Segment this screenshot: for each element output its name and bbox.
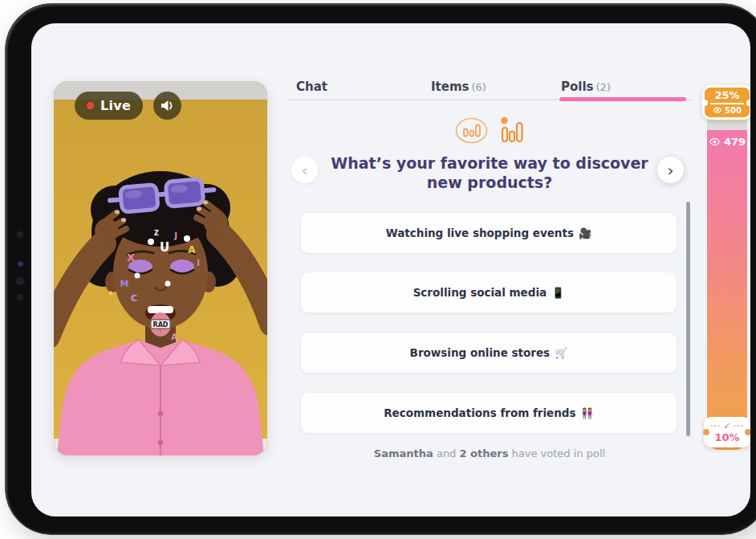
- poll-option-4-label: Recommendations from friends: [384, 406, 575, 419]
- viewer-goal-meter: 479 25% 500: [707, 87, 747, 450]
- front-camera-icon: [15, 276, 25, 286]
- mute-button[interactable]: [153, 92, 181, 120]
- voters-others: 2 others: [460, 447, 509, 459]
- svg-text:C: C: [131, 293, 137, 304]
- movie-camera-icon: 🎥: [579, 227, 591, 239]
- tab-chat[interactable]: Chat: [296, 80, 330, 94]
- live-label: Live: [100, 98, 131, 113]
- svg-text:U: U: [160, 240, 169, 255]
- svg-text:J: J: [173, 231, 177, 240]
- viewer-meter-fill: [707, 130, 747, 450]
- check-icon: ✓: [723, 422, 730, 431]
- svg-text:RAD: RAD: [153, 321, 169, 329]
- poll-option-1[interactable]: Watching live shopping events 🎥: [300, 212, 677, 254]
- tab-items-count: (6): [471, 81, 486, 93]
- svg-text:I: I: [197, 259, 200, 267]
- poll-option-1-label: Watching live shopping events: [386, 227, 574, 239]
- svg-text:Z: Z: [154, 230, 159, 237]
- two-friends-icon: 👭: [581, 407, 594, 419]
- live-badge: Live: [75, 92, 143, 120]
- live-red-dot-icon: [87, 102, 94, 109]
- poll-page-2-bar-chart-active-icon[interactable]: [499, 116, 524, 145]
- reward-percent: 10%: [714, 431, 739, 443]
- chevron-left-icon: ‹: [302, 162, 308, 178]
- poll-option-2-label: Scrolling social media: [413, 286, 547, 299]
- tablet-frame: RAD X U A J Z M C I L P H A: [5, 3, 756, 535]
- engagement-panel: Chat Items(6) Polls(2): [287, 80, 693, 485]
- streamer-photo: RAD X U A J Z M C I L P H A: [54, 81, 267, 455]
- speaker-icon: [160, 99, 175, 112]
- tab-items-label: Items: [431, 80, 469, 94]
- front-camera-icon: [16, 293, 24, 301]
- tab-polls[interactable]: Polls(2): [561, 80, 611, 94]
- app-screen: RAD X U A J Z M C I L P H A: [31, 23, 750, 517]
- tab-chat-label: Chat: [296, 80, 327, 94]
- voters-rest: have voted in poll: [508, 447, 605, 459]
- tab-polls-label: Polls: [561, 80, 594, 94]
- poll-question: What’s your favorite way to discover new…: [312, 153, 667, 193]
- goal-percent: 25%: [710, 90, 743, 104]
- next-poll-button[interactable]: ›: [657, 157, 684, 183]
- sensor-dot-icon: [19, 247, 22, 251]
- goal-views: 500: [725, 106, 742, 115]
- current-viewers: 479: [707, 136, 747, 148]
- active-tab-underline: [559, 97, 686, 101]
- poll-option-3-label: Browsing online stores: [410, 346, 551, 359]
- live-video-player: RAD X U A J Z M C I L P H A: [54, 81, 267, 455]
- tab-items[interactable]: Items(6): [431, 80, 486, 94]
- svg-text:A: A: [171, 333, 177, 341]
- svg-text:M: M: [120, 279, 129, 289]
- tab-polls-count: (2): [596, 81, 611, 93]
- poll-page-1-bar-chart-circled-icon[interactable]: [455, 117, 488, 144]
- viewers-count: 479: [724, 136, 746, 148]
- poll-option-4[interactable]: Recommendations from friends 👭: [300, 392, 677, 434]
- poll-voters-summary: Samantha and 2 others have voted in poll: [287, 447, 693, 459]
- goal-ticket-badge: 25% 500: [702, 85, 750, 120]
- svg-text:X: X: [127, 251, 135, 263]
- panel-scrollbar[interactable]: [686, 202, 690, 436]
- front-camera-icon: [16, 231, 24, 239]
- poll-option-3[interactable]: Browsing online stores 🛒: [300, 332, 677, 374]
- shopping-cart-icon: 🛒: [555, 347, 567, 359]
- reward-ticket-badge: ··· ✓ ··· 10%: [704, 417, 750, 447]
- ticket-notch: [703, 429, 709, 435]
- ticket-notch: [701, 100, 708, 106]
- poll-option-2[interactable]: Scrolling social media 📱: [300, 272, 677, 313]
- eye-icon: [709, 137, 721, 146]
- eye-icon: [713, 107, 722, 113]
- voters-text: and: [433, 447, 460, 459]
- svg-text:A: A: [188, 244, 196, 255]
- camera-lens-icon: [18, 261, 23, 267]
- voter-name: Samantha: [374, 447, 433, 459]
- dotted-line: ···: [710, 423, 721, 430]
- chevron-right-icon: ›: [668, 162, 674, 178]
- ticket-notch: [746, 100, 750, 106]
- ticket-notch: [745, 429, 750, 435]
- poll-page-indicators: [287, 116, 693, 145]
- dotted-line: ···: [734, 423, 744, 430]
- mobile-phone-icon: 📱: [551, 287, 564, 299]
